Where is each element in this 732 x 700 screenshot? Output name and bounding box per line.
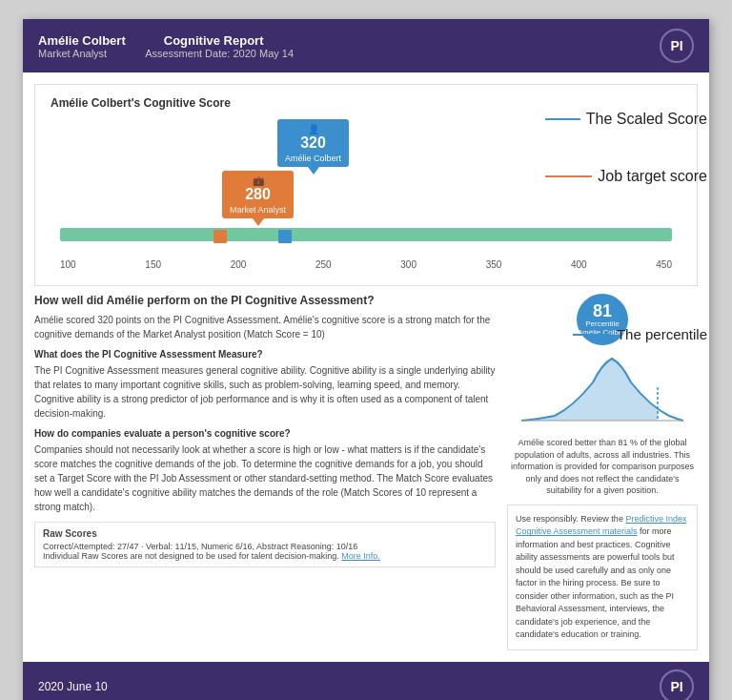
job-score-label: Market Analyst xyxy=(230,205,286,215)
job-score-marker xyxy=(214,230,227,243)
main-heading: How well did Amélie perform on the PI Co… xyxy=(34,294,496,307)
responsible-box: Use responsibly. Review the Predictive I… xyxy=(507,504,698,650)
main-content: How well did Amélie perform on the PI Co… xyxy=(23,294,709,662)
footer-date: 2020 June 10 xyxy=(38,680,108,693)
right-content: 81 Percentile Amélie Colbert xyxy=(507,294,698,650)
footer: 2020 June 10 PI xyxy=(23,662,709,700)
percentile-description: Amélie scored better than 81 % of the gl… xyxy=(507,437,698,497)
score-section-title: Amélie Colbert's Cognitive Score xyxy=(51,96,681,110)
raw-scores-box: Raw Scores Correct/Attempted: 27/47 · Ve… xyxy=(34,522,496,567)
footer-pi-logo: PI xyxy=(660,669,694,700)
pi-logo: PI xyxy=(660,29,694,63)
annotation-percentile: The percentile xyxy=(573,326,707,342)
para1: Amélie scored 320 points on the PI Cogni… xyxy=(34,313,496,341)
score-bar-container xyxy=(60,228,672,241)
responsible-prefix: Use responsibly. Review the xyxy=(516,514,625,524)
sub-heading-2: How do companies evaluate a person's cog… xyxy=(34,428,496,439)
header: Amélie Colbert Cognitive Report Market A… xyxy=(23,19,709,72)
percentile-number: 81 xyxy=(593,302,612,319)
responsible-suffix: for more information and best practices.… xyxy=(516,526,675,639)
x-label-350: 350 xyxy=(486,259,502,270)
assessment-date: Assessment Date: 2020 May 14 xyxy=(145,48,294,59)
annotation-percentile-line xyxy=(573,334,611,336)
left-content: How well did Amélie perform on the PI Co… xyxy=(34,294,496,650)
percentile-section: 81 Percentile Amélie Colbert xyxy=(507,294,698,497)
bell-curve-container xyxy=(507,349,698,429)
more-info-link[interactable]: More Info. xyxy=(341,551,380,561)
score-section: Amélie Colbert's Cognitive Score 👤 320 A… xyxy=(34,84,698,286)
score-bar-track xyxy=(60,228,672,241)
para2: The PI Cognitive Assessment measures gen… xyxy=(34,363,496,421)
x-label-200: 200 xyxy=(231,259,247,270)
x-axis: 100 150 200 250 300 350 400 450 xyxy=(60,259,672,270)
job-score-box: 💼 280 Market Analyst xyxy=(222,171,294,218)
score-section-wrapper: Amélie Colbert's Cognitive Score 👤 320 A… xyxy=(34,84,698,286)
report-type: Cognitive Report xyxy=(164,33,264,48)
x-label-400: 400 xyxy=(571,259,587,270)
x-label-450: 450 xyxy=(656,259,672,270)
candidate-role: Market Analyst xyxy=(38,48,107,59)
x-label-300: 300 xyxy=(400,259,417,270)
header-row1: Amélie Colbert Cognitive Report xyxy=(38,33,294,48)
page-wrapper: Amélie Colbert Cognitive Report Market A… xyxy=(23,19,709,700)
scaled-score-marker xyxy=(278,230,292,243)
raw-scores-title: Raw Scores xyxy=(43,528,487,539)
raw-scores-detail: Correct/Attempted: 27/47 · Verbal: 11/15… xyxy=(43,542,357,551)
header-left: Amélie Colbert Cognitive Report Market A… xyxy=(38,33,294,59)
chart-area: 👤 320 Amélie Colbert 💼 280 Market Analys… xyxy=(60,117,672,270)
percentile-box: 81 Percentile Amélie Colbert xyxy=(507,294,698,497)
x-label-250: 250 xyxy=(315,259,332,270)
candidate-name: Amélie Colbert xyxy=(38,33,126,48)
x-label-100: 100 xyxy=(60,259,76,270)
para3: Companies should not necessarily look at… xyxy=(34,443,496,514)
x-label-150: 150 xyxy=(145,259,161,270)
scaled-score-number: 320 xyxy=(285,134,341,152)
sub-heading-1: What does the PI Cognitive Assessment Me… xyxy=(34,349,496,360)
bell-curve-svg xyxy=(517,349,688,425)
header-row2: Market Analyst Assessment Date: 2020 May… xyxy=(38,48,294,59)
scaled-score-box: 👤 320 Amélie Colbert xyxy=(277,119,349,167)
scaled-score-label: Amélie Colbert xyxy=(285,154,341,163)
job-score-number: 280 xyxy=(230,186,286,203)
raw-scores-note: Individual Raw Scores are not designed t… xyxy=(43,551,339,561)
annotation-percentile-text: The percentile xyxy=(617,326,707,342)
